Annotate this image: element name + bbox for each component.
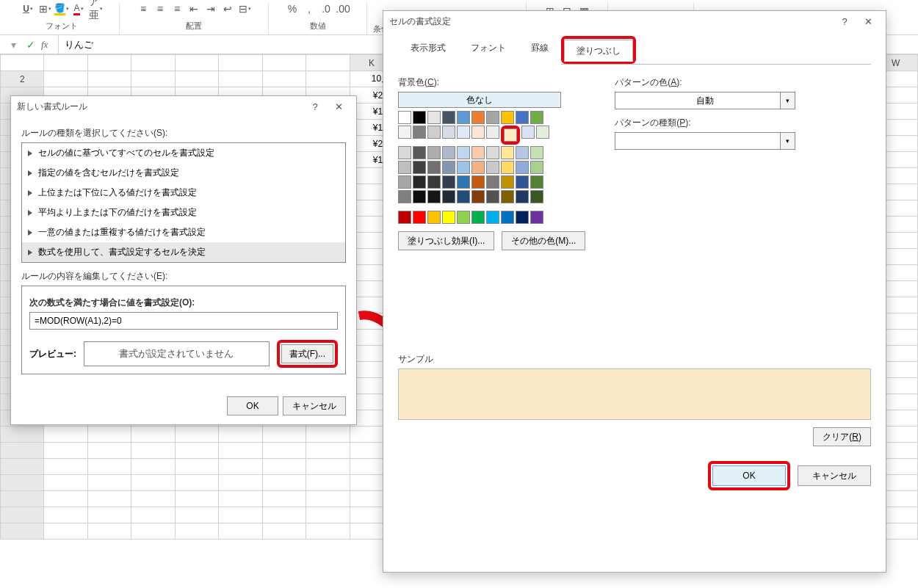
color-swatch[interactable] — [457, 146, 470, 159]
color-swatch[interactable] — [471, 175, 485, 189]
align-center-icon[interactable]: ≡ — [153, 1, 167, 16]
color-swatch[interactable] — [413, 175, 426, 189]
tab-number[interactable]: 表示形式 — [398, 37, 458, 65]
color-swatch[interactable] — [413, 146, 426, 159]
rule-item[interactable]: 平均より上または下の値だけを書式設定 — [22, 203, 345, 222]
border-icon[interactable]: ⊞▾ — [37, 1, 52, 16]
clear-button[interactable]: クリア(R) — [813, 427, 871, 446]
color-swatch[interactable] — [516, 175, 529, 189]
color-swatch[interactable] — [501, 161, 514, 174]
color-swatch[interactable] — [457, 126, 470, 139]
color-swatch[interactable] — [398, 111, 411, 124]
confirm-icon[interactable]: ✓ — [26, 39, 35, 51]
comma-icon[interactable]: , — [302, 1, 317, 16]
color-swatch[interactable] — [413, 126, 426, 139]
wrap-icon[interactable]: ↩ — [220, 1, 235, 16]
color-swatch[interactable] — [457, 211, 470, 224]
color-swatch[interactable] — [516, 211, 529, 224]
color-swatch[interactable] — [486, 111, 499, 124]
pattern-type-dropdown[interactable]: ▾ — [615, 132, 795, 150]
color-swatch[interactable] — [427, 211, 441, 224]
cancel-button[interactable]: キャンセル — [283, 396, 346, 415]
color-swatch[interactable] — [413, 190, 426, 203]
fx-icon[interactable]: fx — [41, 39, 48, 51]
font-color-icon[interactable]: A▾ — [71, 1, 86, 16]
phonetic-icon[interactable]: ア亜▾ — [88, 1, 103, 16]
color-swatch[interactable] — [521, 126, 535, 139]
align-right-icon[interactable]: ≡ — [170, 1, 184, 16]
fill-effects-button[interactable]: 塗りつぶし効果(I)... — [398, 231, 494, 250]
color-swatch[interactable] — [501, 175, 514, 189]
color-swatch[interactable] — [501, 146, 514, 159]
color-swatch[interactable] — [427, 190, 441, 203]
color-swatch[interactable] — [457, 161, 470, 174]
color-swatch[interactable] — [530, 111, 543, 124]
color-swatch[interactable] — [530, 161, 543, 174]
cancel-icon[interactable]: ▾ — [6, 37, 21, 52]
rule-item[interactable]: 一意の値または重複する値だけを書式設定 — [22, 222, 345, 242]
color-swatch[interactable] — [530, 146, 543, 159]
inc-dec-icon[interactable]: .0 — [319, 1, 333, 16]
color-swatch[interactable] — [442, 146, 455, 159]
tab-border[interactable]: 罫線 — [518, 37, 561, 65]
color-swatch[interactable] — [516, 111, 529, 124]
color-swatch[interactable] — [427, 175, 441, 189]
no-color-button[interactable]: 色なし — [398, 92, 561, 108]
color-swatch[interactable] — [457, 175, 470, 189]
color-swatch[interactable] — [457, 190, 470, 203]
rule-item[interactable]: セルの値に基づいてすべてのセルを書式設定 — [22, 143, 345, 163]
rule-type-list[interactable]: セルの値に基づいてすべてのセルを書式設定 指定の値を含むセルだけを書式設定 上位… — [21, 142, 346, 263]
color-swatch[interactable] — [442, 211, 455, 224]
color-swatch[interactable] — [501, 111, 514, 124]
color-swatch[interactable] — [398, 190, 411, 203]
color-swatch[interactable] — [471, 161, 485, 174]
ok-button[interactable]: OK — [227, 396, 278, 415]
color-swatch[interactable] — [442, 111, 455, 124]
color-swatch[interactable] — [516, 190, 529, 203]
rule-item-selected[interactable]: 数式を使用して、書式設定するセルを決定 — [22, 242, 345, 262]
color-swatch[interactable] — [427, 126, 441, 139]
color-swatch[interactable] — [471, 111, 485, 124]
more-colors-button[interactable]: その他の色(M)... — [502, 231, 585, 250]
rule-item[interactable]: 上位または下位に入る値だけを書式設定 — [22, 183, 345, 203]
color-swatch[interactable] — [471, 146, 485, 159]
close-icon[interactable]: ✕ — [856, 11, 880, 32]
color-swatch[interactable] — [486, 190, 499, 203]
color-swatch[interactable] — [398, 175, 411, 189]
indent-inc-icon[interactable]: ⇥ — [203, 1, 218, 16]
rule-item[interactable]: 指定の値を含むセルだけを書式設定 — [22, 163, 345, 183]
color-swatch[interactable] — [413, 161, 426, 174]
color-swatch[interactable] — [501, 190, 514, 203]
color-swatch[interactable] — [398, 211, 411, 224]
color-swatch[interactable] — [504, 128, 517, 142]
color-swatch[interactable] — [516, 161, 529, 174]
dec-dec-icon[interactable]: .00 — [336, 1, 350, 16]
color-swatch[interactable] — [398, 126, 411, 139]
tab-font[interactable]: フォント — [458, 37, 518, 65]
help-icon[interactable]: ? — [303, 96, 327, 117]
color-swatch[interactable] — [442, 126, 455, 139]
color-swatch[interactable] — [530, 211, 543, 224]
color-swatch[interactable] — [486, 126, 499, 139]
percent-icon[interactable]: % — [285, 1, 300, 16]
align-left-icon[interactable]: ≡ — [136, 1, 151, 16]
color-swatch[interactable] — [471, 126, 485, 139]
color-swatch[interactable] — [486, 146, 499, 159]
color-swatch[interactable] — [427, 111, 441, 124]
color-swatch[interactable] — [413, 111, 426, 124]
underline-icon[interactable]: U▾ — [21, 1, 35, 16]
indent-dec-icon[interactable]: ⇤ — [187, 1, 201, 16]
merge-icon[interactable]: ⊟▾ — [237, 1, 252, 16]
ok-button[interactable]: OK — [712, 465, 786, 486]
pattern-color-dropdown[interactable]: 自動▾ — [615, 92, 795, 109]
color-swatch[interactable] — [427, 146, 441, 159]
help-icon[interactable]: ? — [833, 11, 856, 32]
color-swatch[interactable] — [486, 175, 499, 189]
format-button[interactable]: 書式(F)... — [281, 344, 333, 363]
color-swatch[interactable] — [398, 146, 411, 159]
color-swatch[interactable] — [536, 126, 549, 139]
color-swatch[interactable] — [442, 190, 455, 203]
color-swatch[interactable] — [516, 146, 529, 159]
tab-fill[interactable]: 塗りつぶし — [564, 40, 633, 62]
color-swatch[interactable] — [471, 190, 485, 203]
